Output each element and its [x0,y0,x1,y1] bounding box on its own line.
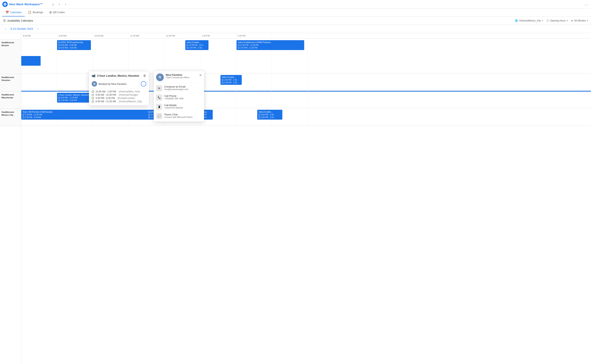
event-sales-enable-boston-title: Sales Enable... [186,41,207,44]
svg-point-18 [259,117,260,118]
page-title: Availability Calendars [7,19,33,22]
room-label-boston: HuddleroomBoston [0,39,21,74]
video-conference-icon: 📹 [92,74,96,78]
room-label-manchester: HuddleroomManchester [0,91,21,109]
timeline-row-mexico-city: Team 360 Review USA/Canada 7:30 AM - 11:… [21,108,591,126]
date-range-label: 9-13 October 2023 [10,27,33,30]
popup-delete-button[interactable]: 🗑 [143,74,146,78]
teams-action-text: Teams Chat Connect with Microsoft Teams [164,113,193,118]
opening-hours-control[interactable]: 🕐 Opening Hours ▾ [546,19,568,22]
popup-more-button[interactable]: ··· [141,81,146,87]
duration-label: 60 Minutes [574,19,586,22]
time-header-row: 8:30 AM 9:30 AM 10:30 AM 11:30 AM 12:30 … [21,33,591,39]
tab-qr-codes[interactable]: ⊞ QR Codes [46,8,68,16]
svg-point-19 [92,91,94,92]
back-icon[interactable]: ‹ [57,1,62,7]
email-icon: ✉ [156,85,162,91]
svg-point-4 [187,47,188,49]
sub-header: ☰ Availability Calendars 🌐 America/Mexic… [0,17,591,25]
popup-zone-3: (America/Mexico_City) [119,100,142,103]
popup-time-1: 9:30 AM - 12:30 PM [96,93,116,96]
time-header-830: 8:30 AM [21,33,57,39]
forward-icon[interactable]: › [63,1,68,7]
contact-info: Nica Faustino Chief Commercial Officer [166,73,197,79]
boston-slot-3 [129,39,164,73]
manchester-slot-5 [200,91,236,108]
popup-header: 📹 3 hour London, Mexico, Houston 🗑 [89,72,149,79]
more-dots-button[interactable]: ... [585,2,589,6]
time-header-930: 9:30 AM [57,33,93,39]
contact-action-email[interactable]: ✉ Compose an Email nica@newwaveapps.com [154,84,204,93]
svg-point-12 [23,117,24,118]
time-header-1030: 10:30 AM [93,33,129,39]
home-icon[interactable]: ⌂ [51,1,56,7]
teams-icon: 💬 [156,113,162,119]
calendar-grid-container: HuddleroomBoston HuddleroomHouston Huddl… [0,33,591,364]
svg-point-8 [222,82,223,84]
event-team360[interactable]: Team 360 Review USA/Canada 7:30 AM - 11:… [21,110,166,120]
bookings-tab-label: Bookings [33,11,43,14]
room-labels-column: HuddleroomBoston HuddleroomHouston Huddl… [0,33,21,364]
popup-avatar: N [92,81,97,87]
svg-point-17 [259,114,260,116]
event-sales-enable-houston-time2: 2:00 PM - 2:30... [222,81,241,84]
room-label-mexico-city: HuddleroomMexico City [0,109,21,126]
houston-slot-7 [272,73,307,91]
right-controls: 🌐 America/Mexico_City ▾ 🕐 Opening Hours … [515,19,588,22]
tab-calendars[interactable]: 📅 Calendars [2,8,25,16]
boston-unavailable-block [21,56,41,66]
hamburger-menu-icon[interactable]: ☰ [3,19,6,22]
popup-zone-2: (Europe/London) [118,97,135,99]
time-header-130: 1:30 PM [200,33,236,39]
popup-zone-0: (America/New_York) [119,90,140,93]
svg-point-2 [58,47,60,49]
houston-slot-0 [21,73,57,91]
svg-point-3 [187,45,188,46]
phone-icon: 📞 [156,94,162,101]
event-sales-enable-houston-title: Sales Enable... [222,76,241,79]
opening-hours-label: Opening Hours [550,19,566,22]
event-elatec[interactable]: ELATEC RFID partnership 8:30 AM - 9:30 A… [57,40,91,50]
popup-time-3: 8:30 AM - 11:30 AM [96,100,116,103]
email-action-text: Compose an Email nica@newwaveapps.com [164,85,188,91]
svg-point-5 [238,45,239,46]
popup-event-title: 3 hour London, Mexico, Houston [97,74,142,77]
nav-icons: ⌂ ‹ › [48,1,68,7]
popup-time-row-1: 9:30 AM - 12:30 PM (America/Chicago) [92,93,146,96]
tab-bookings[interactable]: 📋 Bookings [25,8,46,16]
popup-time-row-2: 3:30 PM - 6:30 PM (Europe/London) [92,97,146,99]
event-sales-latam-time1: 12:30 PM - 11:00 PM [238,44,303,46]
svg-point-7 [222,79,223,81]
event-sales-enable-boston[interactable]: Sales Enable... 12:00 PM - 12:3... 2:00 … [185,40,208,50]
event-sales-enable-boston-time1: 12:00 PM - 12:3... [186,44,207,46]
event-sales-enable-mexico-time1: 2:00 PM - 2:30... [258,113,281,116]
next-date-button[interactable]: › [35,26,40,31]
timeline-row-boston: ELATEC RFID partnership 8:30 AM - 9:30 A… [21,39,591,73]
timezone-control[interactable]: 🌐 America/Mexico_City ▾ [515,19,543,22]
time-header-1130: 11:30 AM [129,33,164,39]
room-label-houston: HuddleroomHouston [0,74,21,91]
manchester-slot-6 [236,91,272,108]
duration-control[interactable]: ⇔ 60 Minutes ▾ [571,19,588,22]
prev-date-button[interactable]: ‹ [3,26,8,31]
event-sales-latam-title: Sales Enablement LATAM Partners [238,41,303,44]
contact-close-button[interactable]: ✕ [199,73,202,77]
teams-action-label: Teams Chat [164,113,193,116]
contact-action-phone[interactable]: 📞 Call Phone +44(0)800 368 7468 [154,93,204,102]
contact-action-teams[interactable]: 💬 Teams Chat Connect with Microsoft Team… [154,111,204,121]
qr-tab-label: QR Codes [53,11,65,14]
event-sales-enable-mexico[interactable]: Sales Enable... 2:00 PM - 2:30... 2:00 P… [257,110,282,120]
event-elatec-time1: 8:30 AM - 9:30 AM [58,44,90,46]
contact-action-mobile[interactable]: 📱 Call Mobile +44(0)7979 828189 [154,102,204,111]
qr-tab-icon: ⊞ [49,11,52,14]
contact-role: Chief Commercial Officer [166,76,197,79]
phone-action-text: Call Phone +44(0)800 368 7468 [164,94,183,100]
popup-booked-text: Booked by Nica Faustino [99,83,139,85]
date-navigation: ‹ 9-13 October 2023 › [0,25,591,33]
event-sales-enable-mexico-title: Sales Enable... [258,110,281,113]
duration-caret-icon: ▾ [587,20,588,22]
popup-booked-section: N Booked by Nica Faustino ··· [89,79,149,89]
popup-time-0: 10:30 AM - 1:30 PM [96,90,116,93]
event-sales-enable-houston[interactable]: Sales Enable... 1:00 PM - 1:30... 2:00 P… [220,75,242,85]
event-sales-latam[interactable]: Sales Enablement LATAM Partners 12:30 PM… [237,40,304,50]
